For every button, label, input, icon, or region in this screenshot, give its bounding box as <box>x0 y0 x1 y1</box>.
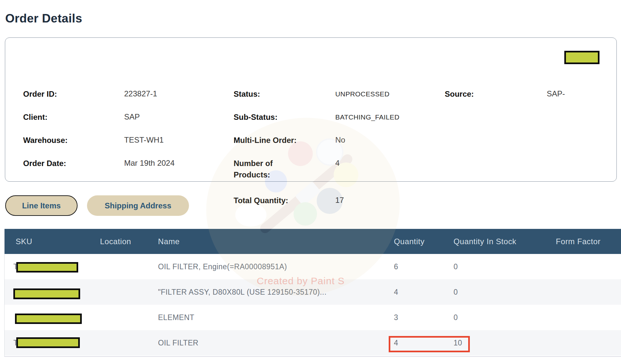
table-row: T OIL FILTER 4 10 <box>5 330 621 356</box>
warehouse-value: TEST-WH1 <box>124 135 164 145</box>
column-header-form-factor: Form Factor <box>556 229 600 254</box>
quantity-cell: 4 <box>394 279 398 305</box>
order-date-label: Order Date: <box>23 158 66 169</box>
tab-line-items[interactable]: Line Items <box>5 195 78 216</box>
number-of-products-value: 4 <box>335 158 339 168</box>
total-quantity-label: Total Quantity: <box>234 195 288 206</box>
client-label: Client: <box>23 112 48 123</box>
quantity-in-stock-cell: 0 <box>454 254 458 279</box>
total-quantity-value: 17 <box>335 195 344 205</box>
tab-line-items-label: Line Items <box>22 201 61 210</box>
order-details-page: Order Details Order ID: 223827-1 Client:… <box>0 0 621 364</box>
tab-shipping-address[interactable]: Shipping Address <box>87 195 189 216</box>
source-redaction-box <box>564 51 599 64</box>
order-summary-panel: Order ID: 223827-1 Client: SAP Warehouse… <box>5 37 617 182</box>
sub-status-label: Sub-Status: <box>234 112 278 123</box>
sku-redaction-box <box>15 314 82 324</box>
quantity-cell: 3 <box>394 305 398 330</box>
column-header-location: Location <box>100 229 131 254</box>
line-items-table: SKU Location Name Quantity Quantity In S… <box>4 229 621 357</box>
column-header-quantity: Quantity <box>394 229 425 254</box>
tab-shipping-address-label: Shipping Address <box>105 201 171 210</box>
order-id-value: 223827-1 <box>124 89 157 99</box>
sku-redaction-box <box>16 337 80 348</box>
column-header-sku: SKU <box>16 229 32 254</box>
table-row: ELEMENT 3 0 <box>5 305 621 330</box>
quantity-in-stock-cell: 0 <box>454 279 458 305</box>
name-cell: ELEMENT <box>158 305 194 330</box>
multi-line-order-label: Multi-Line Order: <box>234 135 296 146</box>
quantity-highlight-annotation <box>389 336 470 352</box>
sku-redaction-box <box>16 262 78 273</box>
table-row: "FILTER ASSY, D80X80L (USE 129150-35170)… <box>5 279 621 305</box>
order-date-value: Mar 19th 2024 <box>124 158 175 168</box>
order-id-label: Order ID: <box>23 89 57 100</box>
sku-redaction-box <box>13 288 80 299</box>
name-cell: "FILTER ASSY, D80X80L (USE 129150-35170)… <box>158 279 326 305</box>
source-value: SAP- <box>547 89 565 99</box>
quantity-cell: 6 <box>394 254 398 279</box>
column-header-quantity-in-stock: Quantity In Stock <box>454 229 516 254</box>
client-value: SAP <box>124 112 140 122</box>
name-cell: OIL FILTER, Engine(=RA00008951A) <box>158 254 287 279</box>
table-row: T OIL FILTER, Engine(=RA00008951A) 6 0 <box>5 254 621 279</box>
multi-line-order-value: No <box>335 135 345 145</box>
number-of-products-label: Number of Products: <box>234 158 304 181</box>
sub-status-value: BATCHING_FAILED <box>335 113 399 121</box>
warehouse-label: Warehouse: <box>23 135 67 146</box>
quantity-in-stock-cell: 0 <box>454 305 458 330</box>
page-title: Order Details <box>5 12 82 25</box>
table-header-row: SKU Location Name Quantity Quantity In S… <box>5 229 621 254</box>
status-label: Status: <box>234 89 260 100</box>
source-label: Source: <box>445 89 474 100</box>
name-cell: OIL FILTER <box>158 330 198 356</box>
column-header-name: Name <box>158 229 180 254</box>
status-value: UNPROCESSED <box>335 90 390 98</box>
